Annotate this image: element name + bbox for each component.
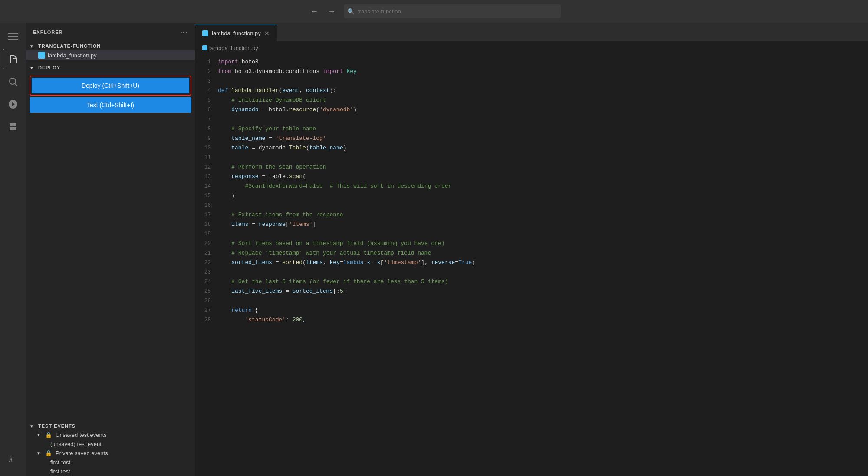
code-line-25: 25 last_five_items = sorted_items[:5] [195,287,868,296]
breadcrumb-bar: lambda_function.py [195,42,868,54]
lambda-icon[interactable]: λ [3,448,23,469]
code-area: 1 import boto3 2 from boto3.dynamodb.con… [195,54,868,476]
extensions-icon[interactable] [3,116,23,137]
deploy-button[interactable]: Deploy (Ctrl+Shift+U) [32,78,189,93]
private-event-item-2[interactable]: first test [26,467,195,476]
tab-label: lambda_function.py [212,30,261,36]
search-wrapper: 🔍 [344,4,561,18]
unsaved-events-group[interactable]: ▼ 🔒 Unsaved test events [26,430,195,440]
code-line-16: 16 [195,201,868,210]
code-line-28: 28 'statusCode': 200, [195,315,868,325]
section-test-events-label: TEST EVENTS [38,423,76,429]
search-magnifier-icon: 🔍 [347,8,355,15]
search-sidebar-icon[interactable] [3,71,23,92]
section-translate-label: TRANSLATE-FUNCTION [38,43,101,49]
editor-section: lambda_function.py ✕ lambda_function.py … [195,23,868,476]
translate-function-section[interactable]: ▼ TRANSLATE-FUNCTION [26,42,195,50]
code-line-10: 10 table = dynamodb.Table(table_name) [195,143,868,153]
main-layout: λ EXPLORER ⋯ ▼ TRANSLATE-FUNCTION lambda… [0,23,868,476]
code-line-13: 13 response = table.scan( [195,172,868,182]
tab-bar: lambda_function.py ✕ [195,23,868,42]
code-line-6: 6 dynamodb = boto3.resource('dynamodb') [195,105,868,115]
code-line-15: 15 ) [195,191,868,201]
code-line-5: 5 # Initialize DynamoDB client [195,96,868,105]
code-line-22: 22 sorted_items = sorted(items, key=lamb… [195,258,868,268]
chevron-down-test-icon: ▼ [30,424,36,429]
chevron-down-unsaved-icon: ▼ [36,433,43,437]
code-line-9: 9 table_name = 'translate-log' [195,134,868,143]
lambda-tab[interactable]: lambda_function.py ✕ [195,25,277,41]
section-deploy-label: DEPLOY [38,65,60,70]
svg-rect-2 [8,39,18,40]
run-debug-icon[interactable] [3,94,23,115]
test-events-section-header[interactable]: ▼ TEST EVENTS [26,422,195,430]
svg-text:λ: λ [9,455,13,463]
tab-close-icon[interactable]: ✕ [264,30,270,37]
code-line-19: 19 [195,229,868,239]
code-line-11: 11 [195,153,868,162]
activity-bar: λ [0,23,26,476]
menu-icon[interactable] [3,26,23,47]
tab-file-icon [202,30,208,36]
code-line-24: 24 # Get the last 5 items (or fewer if t… [195,277,868,287]
private-label: Private saved events [56,450,108,456]
breadcrumb-file-icon [202,45,207,50]
code-line-2: 2 from boto3.dynamodb.conditions import … [195,67,868,76]
code-content[interactable]: 1 import boto3 2 from boto3.dynamodb.con… [195,54,868,476]
code-line-18: 18 items = response['Items'] [195,220,868,229]
code-line-12: 12 # Perform the scan operation [195,162,868,172]
search-input[interactable] [344,4,561,18]
sidebar-more-button[interactable]: ⋯ [180,27,188,37]
unsaved-test-event-item[interactable]: (unsaved) test event [26,440,195,449]
deploy-button-highlight: Deploy (Ctrl+Shift+U) [30,76,191,96]
code-line-8: 8 # Specify your table name [195,124,868,134]
code-line-26: 26 [195,296,868,306]
code-line-3: 3 [195,76,868,86]
explorer-icon[interactable] [3,49,23,69]
sidebar-title-text: EXPLORER [33,30,63,35]
lambda-filename: lambda_function.py [48,52,97,59]
lambda-file-item[interactable]: lambda_function.py [26,50,195,60]
code-line-7: 7 [195,115,868,124]
unsaved-event-name: (unsaved) test event [50,441,102,447]
code-line-23: 23 [195,268,868,277]
code-line-17: 17 # Extract items from the response [195,210,868,220]
unsaved-icon: 🔒 [45,432,52,438]
lock-icon: 🔒 [45,450,52,456]
nav-buttons: ← → [307,4,339,18]
private-event-item-1[interactable]: first-test [26,458,195,467]
back-button[interactable]: ← [307,4,321,18]
breadcrumb-text: lambda_function.py [209,45,258,51]
chevron-down-private-icon: ▼ [36,451,43,456]
deploy-section-header[interactable]: ▼ DEPLOY [26,63,195,72]
svg-point-3 [10,78,16,84]
unsaved-label: Unsaved test events [56,432,107,438]
python-file-icon [38,52,45,59]
code-line-4: 4 def lambda_handler(event, context): [195,86,868,96]
sidebar: EXPLORER ⋯ ▼ TRANSLATE-FUNCTION lambda_f… [26,23,195,476]
code-line-27: 27 return { [195,306,868,315]
title-bar: ← → 🔍 [0,0,868,23]
sidebar-spacer [26,116,195,422]
code-line-14: 14 #ScanIndexForward=False # This will s… [195,182,868,191]
code-line-20: 20 # Sort items based on a timestamp fie… [195,239,868,248]
deploy-buttons-area: Deploy (Ctrl+Shift+U) Test (Ctrl+Shift+I… [26,72,195,116]
private-event-name-1: first-test [50,459,70,466]
svg-rect-1 [8,36,18,37]
private-events-group[interactable]: ▼ 🔒 Private saved events [26,449,195,458]
code-line-21: 21 # Replace 'timestamp' with your actua… [195,248,868,258]
test-button[interactable]: Test (Ctrl+Shift+I) [30,97,191,113]
svg-line-4 [15,84,18,86]
chevron-down-deploy-icon: ▼ [30,66,36,70]
svg-rect-0 [8,33,18,34]
chevron-down-icon: ▼ [30,44,36,49]
forward-button[interactable]: → [325,4,339,18]
code-line-1: 1 import boto3 [195,57,868,67]
private-event-name-2: first test [50,468,70,475]
sidebar-header: EXPLORER ⋯ [26,23,195,42]
